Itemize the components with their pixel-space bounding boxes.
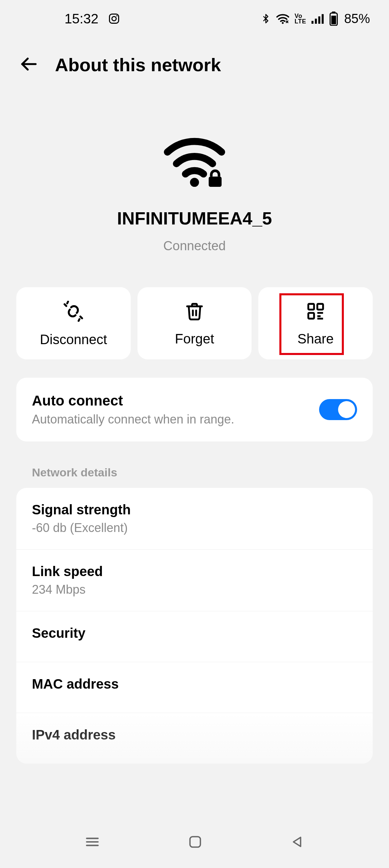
svg-point-12 xyxy=(190,178,199,187)
detail-value: -60 db (Excellent) xyxy=(32,521,357,535)
status-bar: 15:32 VoLTE 85% xyxy=(0,0,389,37)
network-details-card: Signal strength -60 db (Excellent) Link … xyxy=(16,488,373,764)
detail-signal-strength[interactable]: Signal strength -60 db (Excellent) xyxy=(16,488,373,550)
volte-icon: VoLTE xyxy=(295,13,306,24)
disconnect-button[interactable]: Disconnect xyxy=(16,287,131,359)
detail-value xyxy=(32,746,357,749)
svg-rect-6 xyxy=(318,16,320,24)
forget-button[interactable]: Forget xyxy=(137,287,252,359)
svg-line-16 xyxy=(80,317,82,318)
svg-line-17 xyxy=(79,319,80,321)
detail-value: 234 Mbps xyxy=(32,583,357,597)
battery-icon xyxy=(329,12,338,26)
share-button[interactable]: Share xyxy=(258,287,373,359)
back-icon[interactable] xyxy=(19,55,38,75)
detail-title: Security xyxy=(32,626,357,641)
svg-rect-20 xyxy=(308,313,314,319)
detail-title: IPv4 address xyxy=(32,727,357,743)
network-details-heading: Network details xyxy=(0,441,389,488)
network-status: Connected xyxy=(163,239,226,253)
detail-value xyxy=(32,644,357,648)
network-hero: INFINITUMEEA4_5 Connected xyxy=(0,89,389,274)
detail-security[interactable]: Security xyxy=(16,611,373,662)
svg-rect-5 xyxy=(315,19,317,24)
action-row: Disconnect Forget Share xyxy=(0,274,389,359)
svg-point-1 xyxy=(112,17,116,21)
detail-ipv4-address[interactable]: IPv4 address xyxy=(16,713,373,764)
detail-value xyxy=(32,695,357,698)
svg-point-2 xyxy=(116,15,118,17)
detail-link-speed[interactable]: Link speed 234 Mbps xyxy=(16,550,373,611)
trash-icon xyxy=(185,301,204,322)
page-header: About this network xyxy=(0,37,389,89)
home-button[interactable] xyxy=(187,834,203,851)
auto-connect-row[interactable]: Auto connect Automatically connect when … xyxy=(16,378,373,441)
battery-percentage: 85% xyxy=(344,12,370,26)
status-time: 15:32 xyxy=(64,11,98,26)
instagram-icon xyxy=(108,13,120,25)
forget-label: Forget xyxy=(175,331,214,347)
svg-rect-13 xyxy=(209,177,222,187)
bluetooth-icon xyxy=(261,12,271,25)
svg-marker-29 xyxy=(293,837,300,847)
svg-rect-10 xyxy=(331,16,336,24)
detail-title: MAC address xyxy=(32,676,357,692)
svg-line-14 xyxy=(64,304,66,306)
share-label: Share xyxy=(297,331,334,347)
system-nav-bar xyxy=(0,817,389,868)
page-title: About this network xyxy=(55,54,221,75)
detail-title: Link speed xyxy=(32,564,357,579)
unlink-icon xyxy=(63,301,84,323)
auto-connect-title: Auto connect xyxy=(32,393,234,409)
wifi-secure-icon xyxy=(162,136,227,189)
detail-mac-address[interactable]: MAC address xyxy=(16,662,373,713)
signal-icon xyxy=(311,13,325,24)
wifi-icon xyxy=(276,13,290,24)
detail-title: Signal strength xyxy=(32,502,357,517)
svg-rect-7 xyxy=(322,14,324,24)
auto-connect-card: Auto connect Automatically connect when … xyxy=(16,378,373,441)
network-ssid: INFINITUMEEA4_5 xyxy=(117,208,272,229)
recents-button[interactable] xyxy=(84,833,101,852)
svg-line-15 xyxy=(67,302,68,303)
back-button[interactable] xyxy=(290,834,305,851)
svg-rect-19 xyxy=(317,304,323,310)
svg-rect-4 xyxy=(312,21,314,24)
auto-connect-subtitle: Automatically connect when in range. xyxy=(32,412,234,427)
svg-rect-18 xyxy=(308,304,314,310)
qr-icon xyxy=(306,301,326,322)
svg-rect-28 xyxy=(190,837,201,847)
disconnect-label: Disconnect xyxy=(40,332,107,347)
auto-connect-toggle[interactable] xyxy=(319,399,357,420)
svg-point-3 xyxy=(282,22,283,24)
